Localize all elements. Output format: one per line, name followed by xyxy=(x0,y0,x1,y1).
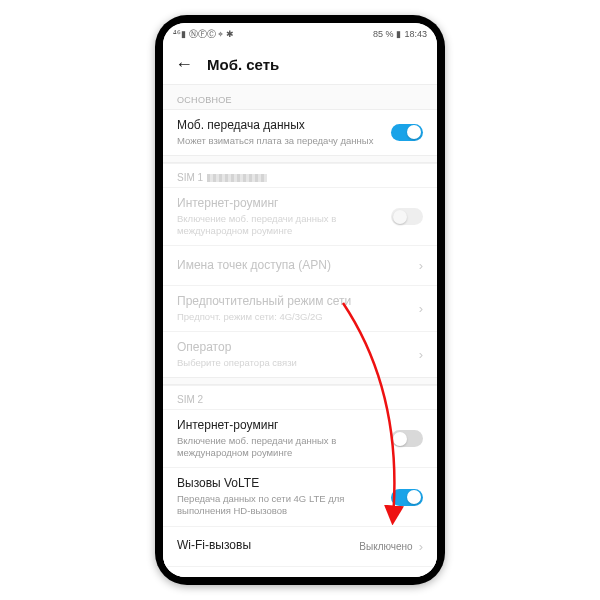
mobile-data-toggle[interactable] xyxy=(391,124,423,141)
status-left-icons: ⁴⁶▮ ⓃⒻⒸ ⌖ ✱ xyxy=(173,28,234,41)
card-main: Моб. передача данных Может взиматься пла… xyxy=(163,109,437,156)
sim1-mode-row: Предпочтительный режим сети Предпочт. ре… xyxy=(163,285,437,331)
app-header: ← Моб. сеть xyxy=(163,45,437,85)
sim1-roaming-title: Интернет-роуминг xyxy=(177,196,391,212)
sim1-roaming-sub: Включение моб. передачи данных в междуна… xyxy=(177,213,391,238)
sim2-apn-row[interactable]: Имена точек доступа (APN) › xyxy=(163,566,437,577)
sim1-roaming-toggle xyxy=(391,208,423,225)
sim2-volte-row[interactable]: Вызовы VoLTE Передача данных по сети 4G … xyxy=(163,467,437,525)
sim2-label: SIM 2 xyxy=(163,385,437,409)
mobile-data-title: Моб. передача данных xyxy=(177,118,391,134)
sim2-roaming-title: Интернет-роуминг xyxy=(177,418,391,434)
sim2-roaming-toggle[interactable] xyxy=(391,430,423,447)
clock: 18:43 xyxy=(404,29,427,39)
chevron-right-icon: › xyxy=(419,539,423,554)
sim2-roaming-row[interactable]: Интернет-роуминг Включение моб. передачи… xyxy=(163,409,437,467)
sim2-wificall-title: Wi-Fi-вызовы xyxy=(177,538,353,554)
sim2-volte-title: Вызовы VoLTE xyxy=(177,476,391,492)
chevron-right-icon: › xyxy=(419,258,423,273)
sim1-mode-title: Предпочтительный режим сети xyxy=(177,294,413,310)
sim2-wificall-row[interactable]: Wi-Fi-вызовы Выключено › xyxy=(163,526,437,566)
sim1-operator-title: Оператор xyxy=(177,340,413,356)
chevron-right-icon: › xyxy=(419,301,423,316)
sim1-apn-row: Имена точек доступа (APN) › xyxy=(163,245,437,285)
sim2-roaming-sub: Включение моб. передачи данных в междуна… xyxy=(177,435,391,460)
sim2-wificall-value: Выключено xyxy=(359,541,412,552)
sim2-volte-sub: Передача данных по сети 4G LTE для выпол… xyxy=(177,493,391,518)
sim2-volte-toggle[interactable] xyxy=(391,489,423,506)
screen: ⁴⁶▮ ⓃⒻⒸ ⌖ ✱ 85 % ▮ 18:43 ← Моб. сеть ОСН… xyxy=(163,23,437,577)
battery-icon: ▮ xyxy=(396,29,401,39)
page-title: Моб. сеть xyxy=(207,56,279,73)
settings-content[interactable]: ОСНОВНОЕ Моб. передача данных Может взим… xyxy=(163,85,437,577)
section-main-label: ОСНОВНОЕ xyxy=(163,85,437,109)
battery-percent: 85 % xyxy=(373,29,394,39)
sim1-blurred-name xyxy=(207,174,267,182)
chevron-right-icon: › xyxy=(419,347,423,362)
sim1-operator-sub: Выберите оператора связи xyxy=(177,357,413,369)
sim1-operator-row: Оператор Выберите оператора связи › xyxy=(163,331,437,377)
sim1-label: SIM 1 xyxy=(163,163,437,187)
sim1-roaming-row: Интернет-роуминг Включение моб. передачи… xyxy=(163,187,437,245)
row-mobile-data[interactable]: Моб. передача данных Может взиматься пла… xyxy=(163,110,437,155)
sim1-mode-sub: Предпочт. режим сети: 4G/3G/2G xyxy=(177,311,413,323)
phone-frame: ⁴⁶▮ ⓃⒻⒸ ⌖ ✱ 85 % ▮ 18:43 ← Моб. сеть ОСН… xyxy=(155,15,445,585)
status-bar: ⁴⁶▮ ⓃⒻⒸ ⌖ ✱ 85 % ▮ 18:43 xyxy=(163,23,437,45)
back-icon[interactable]: ← xyxy=(175,54,193,75)
card-sim1: SIM 1 Интернет-роуминг Включение моб. пе… xyxy=(163,162,437,378)
mobile-data-sub: Может взиматься плата за передачу данных xyxy=(177,135,391,147)
sim1-apn-title: Имена точек доступа (APN) xyxy=(177,258,413,274)
card-sim2: SIM 2 Интернет-роуминг Включение моб. пе… xyxy=(163,384,437,577)
